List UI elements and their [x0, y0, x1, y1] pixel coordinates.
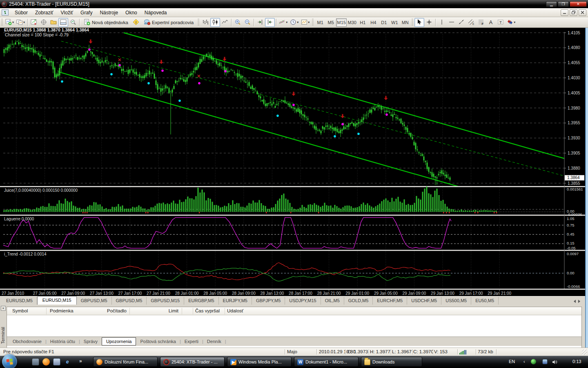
terminal-tab-upozornenia[interactable]: Upozornenia — [102, 337, 136, 346]
period-button-h4[interactable]: H4 — [368, 18, 379, 27]
period-button-m1[interactable]: M1 — [315, 18, 325, 27]
chart-tab-eurusd-m15[interactable]: EURUSD,M15 — [37, 296, 77, 305]
menu-item-s-bor[interactable]: Súbor — [11, 8, 31, 17]
fibonacci-tool-button[interactable]: F — [476, 18, 486, 27]
tray-collapse-chevron[interactable]: ‹ — [523, 359, 525, 364]
vertical-line-tool-button[interactable] — [437, 18, 447, 27]
chart-tab-usdchf-m5[interactable]: USDCHF,M5 — [407, 297, 441, 305]
terminal-tab-hist-ria-tu[interactable]: História účtu — [47, 338, 78, 345]
menu-item-grafy[interactable]: Grafy — [77, 8, 96, 17]
terminal-tab-obchodovanie[interactable]: Obchodovanie — [9, 338, 45, 345]
menu-item-okno[interactable]: Okno — [122, 8, 141, 17]
tray-clock[interactable]: 0:13 — [572, 359, 581, 364]
crosshair-tool-button[interactable] — [424, 18, 434, 27]
column-header-podmienka[interactable]: Podmienka — [50, 308, 87, 313]
menu-item-zobrazi[interactable]: Zobraziť — [31, 8, 57, 17]
firefox-quicklaunch-icon[interactable] — [42, 358, 50, 366]
chart-tab-gold-m5[interactable]: GOLD,M5 — [344, 297, 373, 305]
zoom-in-button[interactable] — [233, 18, 243, 27]
column-header-po-tadlo[interactable]: Počítadlo — [82, 308, 127, 313]
taskbar-button-diskuzn-f-rum-fina[interactable]: Diskuzní fórum Fina... — [93, 357, 158, 367]
chart-tab-oil-m5[interactable]: OIL,M5 — [321, 297, 344, 305]
price-chart[interactable]: EURUSD,M15 1.3868 1.3870 1.3864 1.3864Ch… — [0, 28, 585, 296]
new-order-button[interactable]: Nová objednávka — [81, 18, 131, 27]
chart-tab-usdjpy-m15[interactable]: USDJPY,M15 — [285, 297, 321, 305]
text-label-tool-button[interactable]: T — [496, 18, 506, 27]
toolbar-grip[interactable] — [312, 19, 314, 26]
chart-tab-eurjpy-m5[interactable]: EURJPY,M5 — [219, 297, 252, 305]
terminal-button[interactable] — [58, 18, 68, 27]
toolbar-grip[interactable] — [198, 19, 199, 26]
chart-tab-gbpusd-m5[interactable]: GBPUSD,M5 — [112, 297, 147, 305]
period-button-d1[interactable]: D1 — [379, 18, 389, 27]
chart-tab-gbpusd-m5[interactable]: GBPUSD,M5 — [77, 297, 112, 305]
period-button-m15[interactable]: M15 — [336, 18, 347, 27]
column-header-symbol[interactable]: Symbol — [12, 308, 45, 313]
text-tool-button[interactable]: A — [486, 18, 496, 27]
indicators-button[interactable]: ▾ — [278, 18, 289, 27]
channel-tool-button[interactable]: E — [466, 18, 476, 27]
chart-tab-gbpusd-m15[interactable]: GBPUSD,M15 — [147, 297, 184, 305]
close-button[interactable]: ✕ — [570, 1, 587, 7]
profiles-button[interactable]: ▾ — [15, 18, 26, 27]
child-restore-button[interactable] — [570, 9, 577, 16]
minimize-button[interactable]: ▁ — [546, 1, 557, 7]
tray-network-icon[interactable] — [542, 359, 548, 364]
cursor-tool-button[interactable] — [414, 18, 424, 27]
chart-tab-eurchf-m5[interactable]: EURCHF,M5 — [373, 297, 407, 305]
column-header-limit[interactable]: Limit — [138, 308, 178, 313]
new-chart-button[interactable]: ▾ — [4, 18, 15, 27]
tab-scroll-left-icon[interactable] — [574, 300, 576, 303]
candlestick-button[interactable] — [210, 18, 220, 27]
zoom-out-button[interactable] — [243, 18, 252, 27]
tab-scroll-right-icon[interactable] — [578, 300, 580, 303]
period-button-m5[interactable]: M5 — [325, 18, 336, 27]
strategy-tester-button[interactable] — [68, 18, 78, 27]
data-window-button[interactable] — [39, 18, 49, 27]
market-watch-button[interactable] — [29, 18, 39, 27]
period-button-h1[interactable]: H1 — [357, 18, 368, 27]
auto-scroll-button[interactable] — [255, 18, 265, 27]
tray-language-indicator[interactable]: EN — [509, 359, 515, 364]
terminal-tab-experti[interactable]: Experti — [181, 338, 202, 345]
chart-shift-button[interactable] — [265, 18, 275, 27]
trendline-tool-button[interactable] — [457, 18, 466, 27]
terminal-tab-po-tov-schr-nka[interactable]: Poštová schránka — [137, 338, 179, 345]
chart-tab-us500-m5[interactable]: US500,M5 — [441, 297, 471, 305]
internet-explorer-icon[interactable]: e — [64, 358, 71, 366]
expert-advisors-button[interactable]: Expertní poradcovia — [141, 18, 196, 27]
arrows-tool-button[interactable]: ▾ — [506, 18, 517, 27]
menu-item-n-poveda[interactable]: Nápoveda — [141, 8, 171, 17]
alert-button[interactable]: ! — [131, 18, 141, 27]
chart-tab-eurgbp-m5[interactable]: EURGBP,M5 — [184, 297, 218, 305]
column-header-udalos[interactable]: Udalosť — [227, 308, 264, 313]
period-button-mn[interactable]: MN — [400, 18, 410, 27]
window-switcher-icon[interactable] — [53, 358, 60, 366]
child-close-button[interactable] — [579, 9, 586, 16]
show-desktop-icon[interactable] — [32, 358, 39, 366]
bar-chart-button[interactable] — [200, 18, 210, 27]
taskbar-button-downloads[interactable]: Downloads — [361, 357, 422, 367]
terminal-close-icon[interactable]: × — [1, 306, 6, 311]
tray-app-icon[interactable] — [531, 359, 536, 364]
toolbar-grip[interactable] — [1, 19, 3, 26]
column-header-as-vypr-al[interactable]: Čas vypršal — [195, 308, 228, 313]
line-chart-button[interactable] — [220, 18, 230, 27]
horizontal-line-tool-button[interactable] — [447, 18, 457, 27]
alerts-table-body[interactable] — [7, 315, 581, 337]
taskbar-button-dokument1-micro[interactable]: WDokument1 - Micro... — [294, 357, 359, 367]
chart-window[interactable]: EURUSD,M15 1.3868 1.3870 1.3864 1.3864Ch… — [0, 28, 588, 296]
chart-tab-eu50-m5[interactable]: EU50,M5 — [471, 297, 499, 305]
period-button-m30[interactable]: M30 — [347, 18, 357, 27]
quicklaunch-overflow-chevron[interactable]: » — [79, 358, 82, 364]
taskbar-button-windows-media-pla[interactable]: ▶Windows Media Pla... — [227, 357, 292, 367]
periods-button[interactable]: ▾ — [289, 18, 300, 27]
maximize-button[interactable]: ❐ — [558, 1, 569, 7]
terminal-tab-denn-k[interactable]: Denník — [204, 338, 225, 345]
toolbar-grip[interactable] — [412, 19, 413, 26]
terminal-tab-spr-vy[interactable]: Správy — [80, 338, 101, 345]
start-button[interactable] — [2, 354, 17, 368]
tray-volume-icon[interactable] — [552, 359, 557, 364]
templates-button[interactable]: ▾ — [300, 18, 311, 27]
menu-item-n-stroje[interactable]: Nástroje — [96, 8, 122, 17]
